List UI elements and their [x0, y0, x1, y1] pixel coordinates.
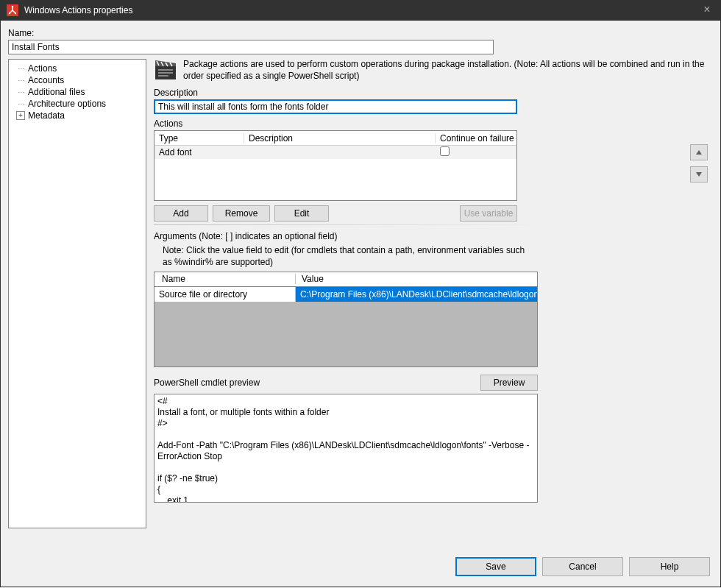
- arguments-note: Note: Click the value field to edit (for…: [163, 244, 530, 268]
- use-variable-button: Use variable: [460, 205, 517, 222]
- description-label: Description: [154, 88, 710, 98]
- tree-item-additional-files[interactable]: ⋯ Additional files: [13, 86, 141, 98]
- footer-buttons: Save Cancel Help: [455, 557, 710, 576]
- powershell-preview-label: PowerShell cmdlet preview: [154, 378, 260, 388]
- tree-item-metadata[interactable]: + Metadata: [13, 110, 141, 121]
- continue-on-failure-checkbox[interactable]: [440, 146, 450, 156]
- window-title: Windows Actions properties: [24, 5, 132, 15]
- svg-rect-6: [158, 75, 168, 77]
- tree-item-label: Architecture options: [28, 99, 106, 109]
- name-input[interactable]: [8, 40, 494, 54]
- close-icon[interactable]: ×: [700, 3, 714, 18]
- edit-button[interactable]: Edit: [274, 205, 329, 222]
- col-header-continue[interactable]: Continue on failure: [436, 133, 516, 144]
- tree-item-accounts[interactable]: ⋯ Accounts: [13, 74, 141, 86]
- col-header-description[interactable]: Description: [244, 133, 436, 144]
- arguments-label: Arguments (Note: [ ] indicates an option…: [154, 231, 710, 241]
- tree-item-label: Accounts: [28, 75, 64, 85]
- name-label: Name:: [8, 28, 713, 38]
- tree-dot-icon: ⋯: [16, 100, 25, 108]
- arguments-row[interactable]: Source file or directory C:\Program File…: [154, 287, 537, 302]
- info-text: Package actions are used to perform cust…: [183, 59, 710, 82]
- move-up-button[interactable]: [690, 144, 708, 160]
- tree-dot-icon: ⋯: [16, 88, 25, 96]
- help-button[interactable]: Help: [629, 557, 710, 576]
- svg-point-1: [9, 13, 10, 14]
- tree-item-actions[interactable]: ⋯ Actions: [13, 63, 141, 74]
- separator: [154, 224, 544, 225]
- arguments-header: Name Value: [154, 272, 537, 287]
- svg-point-2: [15, 13, 16, 14]
- arg-name: Source file or directory: [154, 287, 296, 302]
- actions-label: Actions: [154, 118, 710, 129]
- save-button[interactable]: Save: [455, 557, 536, 576]
- actions-list: Type Description Continue on failure Add…: [154, 130, 517, 201]
- preview-button[interactable]: Preview: [480, 375, 538, 391]
- tree-item-label: Actions: [28, 63, 57, 74]
- col-header-value[interactable]: Value: [296, 274, 537, 284]
- actions-row[interactable]: Add font: [154, 146, 516, 159]
- right-panel: Package actions are used to perform cust…: [154, 59, 713, 528]
- col-header-name[interactable]: Name: [154, 274, 296, 284]
- app-icon: [7, 4, 18, 16]
- remove-button[interactable]: Remove: [213, 205, 270, 222]
- expand-icon[interactable]: +: [16, 111, 25, 120]
- tree-dot-icon: ⋯: [16, 77, 25, 85]
- arguments-grid: Name Value Source file or directory C:\P…: [154, 272, 538, 367]
- tree-item-label: Metadata: [28, 110, 65, 121]
- col-header-type[interactable]: Type: [154, 133, 244, 144]
- arg-value[interactable]: C:\Program Files (x86)\LANDesk\LDClient\…: [296, 287, 537, 302]
- cancel-button[interactable]: Cancel: [542, 557, 623, 576]
- svg-rect-4: [158, 69, 173, 71]
- tree-item-architecture-options[interactable]: ⋯ Architecture options: [13, 98, 141, 110]
- description-input[interactable]: [154, 99, 517, 114]
- tree-item-label: Additional files: [28, 87, 85, 97]
- titlebar: Windows Actions properties ×: [0, 0, 721, 21]
- svg-rect-5: [158, 72, 173, 74]
- actions-header: Type Description Continue on failure: [154, 131, 516, 146]
- actions-row-type: Add font: [154, 147, 244, 157]
- tree-dot-icon: ⋯: [16, 65, 25, 73]
- svg-point-0: [12, 6, 13, 7]
- clapperboard-icon: [154, 59, 177, 81]
- add-button[interactable]: Add: [154, 205, 208, 222]
- nav-tree: ⋯ Actions ⋯ Accounts ⋯ Additional files …: [8, 59, 146, 528]
- powershell-preview-box[interactable]: <# Install a font, or multiple fonts wit…: [154, 394, 538, 503]
- move-down-button[interactable]: [690, 166, 708, 183]
- dialog-body: Name: ⋯ Actions ⋯ Accounts ⋯ Additional …: [0, 21, 721, 587]
